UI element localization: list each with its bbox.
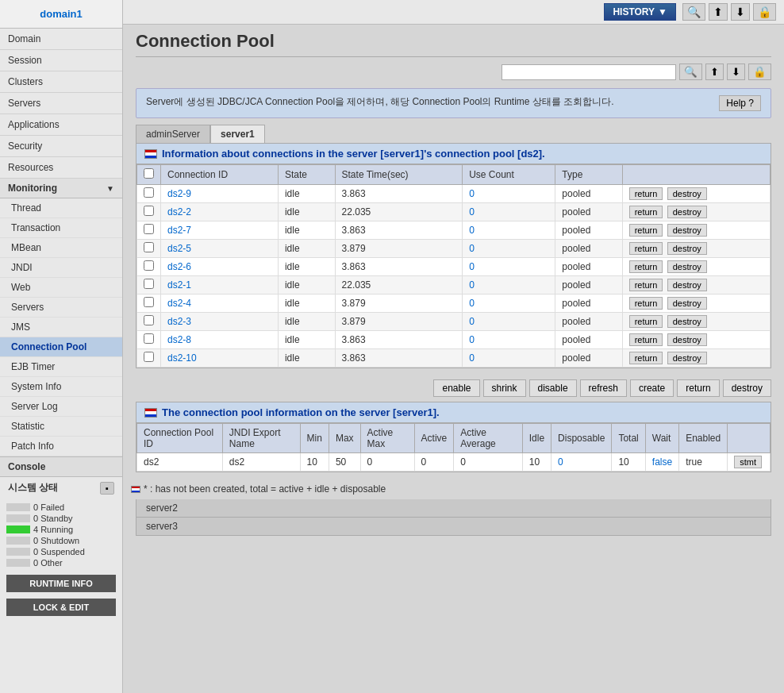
server-list-item[interactable]: server2 (136, 499, 771, 518)
topbar-icon-4[interactable]: 🔒 (753, 3, 776, 21)
destroy-row-button[interactable]: destroy (667, 260, 707, 273)
row-checkbox[interactable] (144, 224, 154, 234)
connection-id-link[interactable]: ds2-10 (167, 352, 197, 364)
sidebar-monitoring-item-jndi[interactable]: JNDI (0, 258, 122, 278)
sidebar-monitoring-item-jms[interactable]: JMS (0, 318, 122, 337)
return-row-button[interactable]: return (629, 279, 663, 291)
return-row-button[interactable]: return (629, 297, 663, 310)
sidebar-nav-item-clusters[interactable]: Clusters (0, 71, 122, 93)
connection-id-link[interactable]: ds2-9 (167, 188, 191, 199)
sidebar-monitoring-item-web[interactable]: Web (0, 278, 122, 298)
lock-edit-button[interactable]: LOCK & EDIT (6, 599, 116, 616)
row-checkbox[interactable] (144, 333, 154, 344)
server-tab-server1[interactable]: server1 (210, 125, 265, 143)
sidebar-monitoring-item-system-info[interactable]: System Info (0, 377, 122, 397)
row-checkbox[interactable] (144, 297, 154, 307)
select-all-checkbox[interactable] (144, 168, 154, 179)
sidebar-nav-item-resources[interactable]: Resources (0, 157, 122, 179)
connection-id-link[interactable]: ds2-3 (167, 316, 191, 327)
download-button[interactable]: ⬇ (727, 64, 745, 80)
row-checkbox[interactable] (144, 187, 154, 198)
connection-id-link[interactable]: ds2-8 (167, 334, 191, 345)
return-button[interactable]: return (677, 379, 719, 397)
sidebar-nav-item-servers[interactable]: Servers (0, 93, 122, 114)
sidebar-monitoring-item-servers[interactable]: Servers (0, 298, 122, 318)
disable-button[interactable]: disable (529, 379, 577, 397)
connection-id-link[interactable]: ds2-5 (167, 243, 191, 254)
topbar-icon-3[interactable]: ⬇ (731, 3, 750, 21)
row-checkbox[interactable] (144, 242, 154, 252)
pool-cell: 10 (300, 453, 329, 472)
connection-id-link[interactable]: ds2-1 (167, 279, 191, 291)
row-checkbox[interactable] (144, 206, 154, 216)
lock-button[interactable]: 🔒 (748, 64, 771, 80)
help-button[interactable]: Help ? (719, 95, 761, 111)
topbar-icon-2[interactable]: ⬆ (709, 3, 728, 21)
return-row-button[interactable]: return (629, 315, 663, 328)
sidebar-nav-item-domain[interactable]: Domain (0, 29, 122, 50)
status-item: 0 Shutdown (6, 535, 116, 546)
destroy-row-button[interactable]: destroy (667, 279, 707, 291)
sidebar-monitoring-item-mbean[interactable]: MBean (0, 238, 122, 258)
sidebar-monitoring-item-thread[interactable]: Thread (0, 198, 122, 218)
destroy-row-button[interactable]: destroy (667, 242, 707, 255)
pool-link[interactable]: 0 (558, 456, 563, 468)
sidebar-monitoring-item-server-log[interactable]: Server Log (0, 397, 122, 417)
connection-id-link[interactable]: ds2-4 (167, 298, 191, 309)
pool-col-header: Min (300, 424, 329, 453)
sidebar-nav-item-session[interactable]: Session (0, 50, 122, 71)
pool-table: Connection Pool IDJNDI Export NameMinMax… (136, 423, 771, 472)
runtime-info-button[interactable]: RUNTIME INFO (6, 575, 116, 592)
upload-button[interactable]: ⬆ (705, 64, 724, 80)
shrink-button[interactable]: shrink (483, 379, 526, 397)
sidebar-monitoring-item-statistic[interactable]: Statistic (0, 417, 122, 437)
system-status-toggle[interactable]: ▪ (100, 482, 114, 495)
server-tab-adminServer[interactable]: adminServer (136, 125, 210, 143)
destroy-button[interactable]: destroy (723, 379, 771, 397)
row-checkbox[interactable] (144, 315, 154, 325)
row-checkbox[interactable] (144, 260, 154, 271)
pool-col-actions (728, 424, 771, 453)
destroy-row-button[interactable]: destroy (667, 206, 707, 218)
row-actions: return destroy (622, 331, 770, 349)
pool-link[interactable]: false (652, 456, 672, 468)
create-button[interactable]: create (630, 379, 674, 397)
row-checkbox[interactable] (144, 279, 154, 289)
stmt-button[interactable]: stmt (734, 456, 762, 468)
sidebar-monitoring-item-transaction[interactable]: Transaction (0, 218, 122, 238)
return-row-button[interactable]: return (629, 187, 663, 200)
return-row-button[interactable]: return (629, 224, 663, 237)
search-button[interactable]: 🔍 (679, 64, 702, 80)
destroy-row-button[interactable]: destroy (667, 315, 707, 328)
sidebar-monitoring-item-patch-info[interactable]: Patch Info (0, 437, 122, 456)
connection-id-link[interactable]: ds2-2 (167, 206, 191, 218)
return-row-button[interactable]: return (629, 333, 663, 346)
row-checkbox[interactable] (144, 352, 154, 362)
topbar-icon-1[interactable]: 🔍 (682, 3, 705, 21)
return-row-button[interactable]: return (629, 260, 663, 273)
sidebar-monitoring-item-ejb-timer[interactable]: EJB Timer (0, 357, 122, 377)
destroy-row-button[interactable]: destroy (667, 297, 707, 310)
pool-col-header: Wait (645, 424, 678, 453)
destroy-row-button[interactable]: destroy (667, 187, 707, 200)
connection-id-link[interactable]: ds2-7 (167, 225, 191, 236)
return-row-button[interactable]: return (629, 352, 663, 364)
return-row-button[interactable]: return (629, 242, 663, 255)
destroy-row-button[interactable]: destroy (667, 224, 707, 237)
destroy-row-button[interactable]: destroy (667, 352, 707, 364)
state-time-cell: 3.863 (335, 221, 463, 240)
sidebar-nav-item-applications[interactable]: Applications (0, 114, 122, 136)
enable-button[interactable]: enable (433, 379, 479, 397)
sidebar-nav-item-security[interactable]: Security (0, 136, 122, 157)
flag-icon (144, 149, 157, 159)
search-input[interactable] (502, 64, 676, 80)
sidebar-domain[interactable]: domain1 (0, 0, 122, 29)
connection-id-link[interactable]: ds2-6 (167, 261, 191, 272)
destroy-row-button[interactable]: destroy (667, 333, 707, 346)
monitoring-section-header[interactable]: Monitoring ▼ (0, 179, 122, 198)
server-list-item[interactable]: server3 (136, 518, 771, 536)
refresh-button[interactable]: refresh (580, 379, 627, 397)
history-button[interactable]: HISTORY ▼ (604, 3, 676, 21)
sidebar-monitoring-item-connection-pool[interactable]: Connection Pool (0, 337, 122, 357)
return-row-button[interactable]: return (629, 206, 663, 218)
